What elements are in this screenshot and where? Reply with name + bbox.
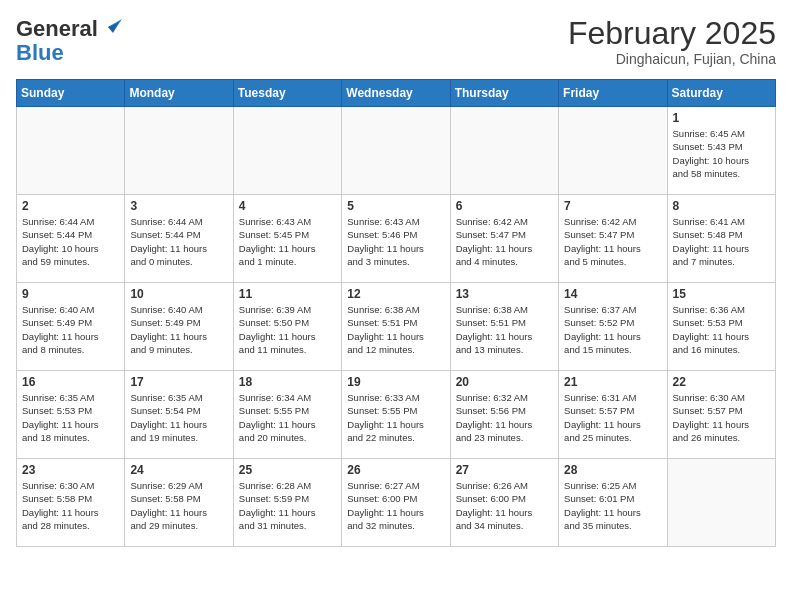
- calendar-cell: 8Sunrise: 6:41 AM Sunset: 5:48 PM Daylig…: [667, 195, 775, 283]
- day-number: 13: [456, 287, 553, 301]
- calendar-cell: [125, 107, 233, 195]
- day-info: Sunrise: 6:33 AM Sunset: 5:55 PM Dayligh…: [347, 391, 444, 444]
- calendar-cell: 24Sunrise: 6:29 AM Sunset: 5:58 PM Dayli…: [125, 459, 233, 547]
- day-info: Sunrise: 6:27 AM Sunset: 6:00 PM Dayligh…: [347, 479, 444, 532]
- calendar-cell: 27Sunrise: 6:26 AM Sunset: 6:00 PM Dayli…: [450, 459, 558, 547]
- day-info: Sunrise: 6:37 AM Sunset: 5:52 PM Dayligh…: [564, 303, 661, 356]
- logo: General Blue: [16, 16, 122, 66]
- day-info: Sunrise: 6:35 AM Sunset: 5:53 PM Dayligh…: [22, 391, 119, 444]
- day-number: 27: [456, 463, 553, 477]
- calendar-cell: 13Sunrise: 6:38 AM Sunset: 5:51 PM Dayli…: [450, 283, 558, 371]
- day-info: Sunrise: 6:45 AM Sunset: 5:43 PM Dayligh…: [673, 127, 770, 180]
- calendar-body: 1Sunrise: 6:45 AM Sunset: 5:43 PM Daylig…: [17, 107, 776, 547]
- day-info: Sunrise: 6:34 AM Sunset: 5:55 PM Dayligh…: [239, 391, 336, 444]
- day-number: 24: [130, 463, 227, 477]
- weekday-row: SundayMondayTuesdayWednesdayThursdayFrid…: [17, 80, 776, 107]
- calendar-cell: 14Sunrise: 6:37 AM Sunset: 5:52 PM Dayli…: [559, 283, 667, 371]
- day-number: 10: [130, 287, 227, 301]
- day-info: Sunrise: 6:41 AM Sunset: 5:48 PM Dayligh…: [673, 215, 770, 268]
- day-info: Sunrise: 6:39 AM Sunset: 5:50 PM Dayligh…: [239, 303, 336, 356]
- day-info: Sunrise: 6:40 AM Sunset: 5:49 PM Dayligh…: [22, 303, 119, 356]
- day-info: Sunrise: 6:30 AM Sunset: 5:58 PM Dayligh…: [22, 479, 119, 532]
- calendar-cell: 19Sunrise: 6:33 AM Sunset: 5:55 PM Dayli…: [342, 371, 450, 459]
- day-info: Sunrise: 6:38 AM Sunset: 5:51 PM Dayligh…: [347, 303, 444, 356]
- calendar-week-0: 1Sunrise: 6:45 AM Sunset: 5:43 PM Daylig…: [17, 107, 776, 195]
- weekday-header-saturday: Saturday: [667, 80, 775, 107]
- logo-bird-icon: [100, 17, 122, 37]
- calendar-week-1: 2Sunrise: 6:44 AM Sunset: 5:44 PM Daylig…: [17, 195, 776, 283]
- day-number: 17: [130, 375, 227, 389]
- day-number: 2: [22, 199, 119, 213]
- calendar-cell: [667, 459, 775, 547]
- day-info: Sunrise: 6:43 AM Sunset: 5:46 PM Dayligh…: [347, 215, 444, 268]
- day-number: 14: [564, 287, 661, 301]
- month-year: February 2025: [568, 16, 776, 51]
- day-info: Sunrise: 6:43 AM Sunset: 5:45 PM Dayligh…: [239, 215, 336, 268]
- logo-general-text: General: [16, 16, 98, 42]
- day-number: 11: [239, 287, 336, 301]
- day-number: 25: [239, 463, 336, 477]
- day-number: 20: [456, 375, 553, 389]
- day-number: 22: [673, 375, 770, 389]
- day-number: 3: [130, 199, 227, 213]
- title-block: February 2025 Dinghaicun, Fujian, China: [568, 16, 776, 67]
- day-number: 1: [673, 111, 770, 125]
- calendar-cell: 3Sunrise: 6:44 AM Sunset: 5:44 PM Daylig…: [125, 195, 233, 283]
- day-info: Sunrise: 6:25 AM Sunset: 6:01 PM Dayligh…: [564, 479, 661, 532]
- day-number: 21: [564, 375, 661, 389]
- calendar-cell: [17, 107, 125, 195]
- calendar-week-3: 16Sunrise: 6:35 AM Sunset: 5:53 PM Dayli…: [17, 371, 776, 459]
- calendar-cell: 9Sunrise: 6:40 AM Sunset: 5:49 PM Daylig…: [17, 283, 125, 371]
- calendar-cell: 2Sunrise: 6:44 AM Sunset: 5:44 PM Daylig…: [17, 195, 125, 283]
- day-info: Sunrise: 6:44 AM Sunset: 5:44 PM Dayligh…: [22, 215, 119, 268]
- day-number: 26: [347, 463, 444, 477]
- day-number: 16: [22, 375, 119, 389]
- calendar-week-4: 23Sunrise: 6:30 AM Sunset: 5:58 PM Dayli…: [17, 459, 776, 547]
- calendar-cell: 22Sunrise: 6:30 AM Sunset: 5:57 PM Dayli…: [667, 371, 775, 459]
- logo-blue-text: Blue: [16, 40, 64, 66]
- calendar-table: SundayMondayTuesdayWednesdayThursdayFrid…: [16, 79, 776, 547]
- calendar-cell: 20Sunrise: 6:32 AM Sunset: 5:56 PM Dayli…: [450, 371, 558, 459]
- day-number: 15: [673, 287, 770, 301]
- calendar-cell: 21Sunrise: 6:31 AM Sunset: 5:57 PM Dayli…: [559, 371, 667, 459]
- day-number: 18: [239, 375, 336, 389]
- calendar-cell: 1Sunrise: 6:45 AM Sunset: 5:43 PM Daylig…: [667, 107, 775, 195]
- calendar-cell: 23Sunrise: 6:30 AM Sunset: 5:58 PM Dayli…: [17, 459, 125, 547]
- calendar-cell: 10Sunrise: 6:40 AM Sunset: 5:49 PM Dayli…: [125, 283, 233, 371]
- day-info: Sunrise: 6:28 AM Sunset: 5:59 PM Dayligh…: [239, 479, 336, 532]
- day-info: Sunrise: 6:38 AM Sunset: 5:51 PM Dayligh…: [456, 303, 553, 356]
- weekday-header-thursday: Thursday: [450, 80, 558, 107]
- weekday-header-friday: Friday: [559, 80, 667, 107]
- calendar-cell: 17Sunrise: 6:35 AM Sunset: 5:54 PM Dayli…: [125, 371, 233, 459]
- calendar-cell: [233, 107, 341, 195]
- calendar-cell: 6Sunrise: 6:42 AM Sunset: 5:47 PM Daylig…: [450, 195, 558, 283]
- day-info: Sunrise: 6:36 AM Sunset: 5:53 PM Dayligh…: [673, 303, 770, 356]
- day-number: 28: [564, 463, 661, 477]
- day-number: 19: [347, 375, 444, 389]
- calendar-cell: [450, 107, 558, 195]
- weekday-header-wednesday: Wednesday: [342, 80, 450, 107]
- day-info: Sunrise: 6:29 AM Sunset: 5:58 PM Dayligh…: [130, 479, 227, 532]
- calendar-cell: 18Sunrise: 6:34 AM Sunset: 5:55 PM Dayli…: [233, 371, 341, 459]
- calendar-cell: 28Sunrise: 6:25 AM Sunset: 6:01 PM Dayli…: [559, 459, 667, 547]
- day-number: 12: [347, 287, 444, 301]
- calendar-cell: 5Sunrise: 6:43 AM Sunset: 5:46 PM Daylig…: [342, 195, 450, 283]
- calendar-cell: 7Sunrise: 6:42 AM Sunset: 5:47 PM Daylig…: [559, 195, 667, 283]
- day-info: Sunrise: 6:31 AM Sunset: 5:57 PM Dayligh…: [564, 391, 661, 444]
- day-info: Sunrise: 6:26 AM Sunset: 6:00 PM Dayligh…: [456, 479, 553, 532]
- day-number: 9: [22, 287, 119, 301]
- weekday-header-sunday: Sunday: [17, 80, 125, 107]
- calendar-cell: 12Sunrise: 6:38 AM Sunset: 5:51 PM Dayli…: [342, 283, 450, 371]
- day-number: 8: [673, 199, 770, 213]
- day-number: 7: [564, 199, 661, 213]
- day-info: Sunrise: 6:35 AM Sunset: 5:54 PM Dayligh…: [130, 391, 227, 444]
- day-info: Sunrise: 6:42 AM Sunset: 5:47 PM Dayligh…: [456, 215, 553, 268]
- calendar-cell: 16Sunrise: 6:35 AM Sunset: 5:53 PM Dayli…: [17, 371, 125, 459]
- location: Dinghaicun, Fujian, China: [568, 51, 776, 67]
- calendar-header: SundayMondayTuesdayWednesdayThursdayFrid…: [17, 80, 776, 107]
- calendar-cell: 15Sunrise: 6:36 AM Sunset: 5:53 PM Dayli…: [667, 283, 775, 371]
- day-info: Sunrise: 6:42 AM Sunset: 5:47 PM Dayligh…: [564, 215, 661, 268]
- weekday-header-tuesday: Tuesday: [233, 80, 341, 107]
- day-info: Sunrise: 6:30 AM Sunset: 5:57 PM Dayligh…: [673, 391, 770, 444]
- day-number: 23: [22, 463, 119, 477]
